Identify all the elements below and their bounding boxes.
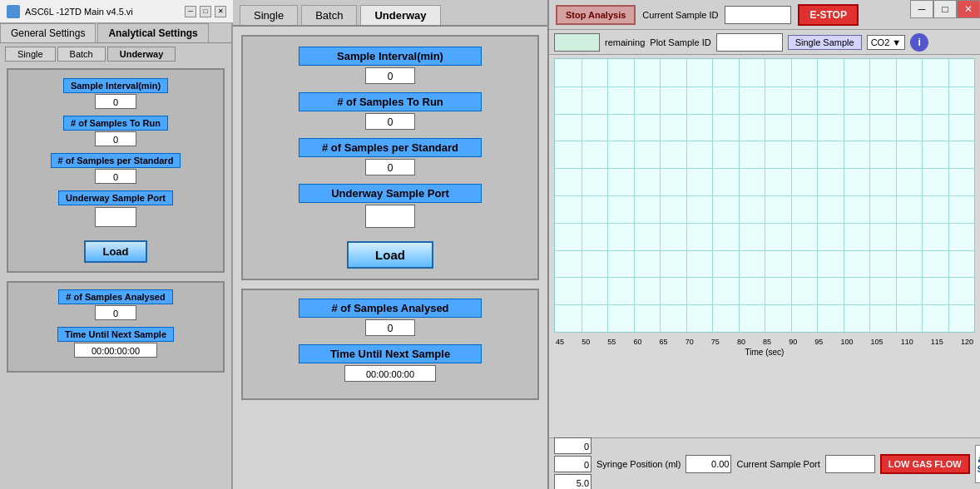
- mid-samples-to-run-label[interactable]: # of Samples To Run: [299, 92, 482, 111]
- left-content: Sample Interval(min) 0 # of Samples To R…: [0, 62, 231, 379]
- chart-area: [554, 58, 975, 333]
- mid-sample-interval-group: Sample Interval(min) 0: [251, 47, 529, 84]
- win-minimize[interactable]: ─: [910, 0, 933, 18]
- mid-samples-to-run-value[interactable]: 0: [365, 113, 415, 130]
- samples-to-run-label[interactable]: # of Samples To Run: [63, 116, 168, 131]
- current-sample-port-input[interactable]: [825, 455, 875, 473]
- x-label-75: 75: [711, 338, 720, 346]
- sample-interval-label[interactable]: Sample Interval(min): [63, 78, 168, 93]
- dropdown-arrow-icon: ▼: [892, 37, 901, 47]
- samples-to-run-group: # of Samples To Run 0: [15, 116, 216, 146]
- win-maximize[interactable]: □: [933, 0, 957, 18]
- co2-dropdown[interactable]: CO2 ▼: [867, 35, 906, 50]
- syringe-position-label: Syringe Position (ml): [596, 459, 681, 469]
- chart-grid-lines: [555, 59, 974, 332]
- mid-load-button[interactable]: Load: [347, 241, 433, 269]
- maximize-btn[interactable]: □: [200, 6, 211, 17]
- x-label-105: 105: [871, 338, 883, 346]
- mid-time-next-label[interactable]: Time Until Next Sample: [299, 344, 482, 363]
- samples-analysed-label[interactable]: # of Samples Analysed: [58, 289, 172, 304]
- mid-samples-analysed-group: # of Samples Analysed 0: [251, 299, 529, 336]
- info-button[interactable]: i: [910, 33, 928, 52]
- x-label-70: 70: [686, 338, 694, 346]
- mid-samples-per-standard-value[interactable]: 0: [365, 159, 415, 175]
- right-panel: ─ □ ✕ Stop Analysis Current Sample ID E-…: [549, 0, 980, 489]
- x-label-80: 80: [737, 338, 745, 346]
- current-sample-id-input[interactable]: [725, 6, 791, 24]
- samples-to-run-value[interactable]: 0: [95, 131, 136, 146]
- middle-status-box: # of Samples Analysed 0 Time Until Next …: [241, 289, 539, 400]
- x-axis-title: Time (sec): [549, 348, 980, 357]
- underway-port-label[interactable]: Underway Sample Port: [58, 190, 173, 205]
- current-sample-port-label: Current Sample Port: [736, 459, 819, 469]
- mid-samples-analysed-value: 0: [365, 319, 415, 336]
- samples-analysed-group: # of Samples Analysed 0: [15, 289, 216, 320]
- plot-sample-id-label: Plot Sample ID: [650, 37, 710, 47]
- sub-tab-batch[interactable]: Batch: [57, 47, 106, 62]
- mid-sample-interval-value[interactable]: 0: [365, 67, 415, 84]
- load-button[interactable]: Load: [84, 240, 146, 263]
- title-controls: ─ □ ✕: [185, 6, 226, 17]
- apollo-logo: apollo SciTech: [975, 445, 980, 483]
- single-sample-button[interactable]: Single Sample: [788, 35, 862, 50]
- x-label-115: 115: [931, 338, 943, 346]
- underway-port-input[interactable]: [95, 207, 136, 227]
- middle-tab-underway[interactable]: Underway: [360, 5, 440, 25]
- time-next-value: 00:00:00:00: [74, 343, 157, 358]
- x-label-85: 85: [763, 338, 771, 346]
- middle-content: Sample Interval(min) 0 # of Samples To R…: [233, 27, 547, 408]
- tab-analytical-settings[interactable]: Analytical Settings: [97, 23, 208, 42]
- remaining-label: remaining: [605, 37, 645, 47]
- main-tabs: General Settings Analytical Settings: [0, 23, 231, 43]
- mid-time-next-value: 00:00:00:00: [344, 365, 436, 382]
- plot-sample-id-input[interactable]: [716, 33, 783, 52]
- sub-tabs: Single Batch Underway: [0, 47, 231, 62]
- close-btn[interactable]: ✕: [215, 6, 226, 17]
- bottom-bar: 0 0 5.0 Syringe Position (ml) Current Sa…: [549, 437, 980, 489]
- sub-tab-underway[interactable]: Underway: [107, 47, 176, 62]
- mid-sample-interval-label[interactable]: Sample Interval(min): [299, 47, 482, 66]
- samples-analysed-value: 0: [95, 305, 136, 320]
- x-label-55: 55: [607, 338, 616, 346]
- remaining-input[interactable]: [554, 33, 600, 52]
- stop-analysis-button[interactable]: Stop Analysis: [556, 5, 636, 25]
- middle-tab-single[interactable]: Single: [240, 5, 298, 25]
- syringe-position-input[interactable]: [686, 455, 731, 473]
- samples-per-standard-label[interactable]: # of Samples per Standard: [51, 153, 181, 168]
- x-label-50: 50: [582, 338, 590, 346]
- samples-per-standard-group: # of Samples per Standard 0: [15, 153, 216, 184]
- mid-samples-analysed-label[interactable]: # of Samples Analysed: [299, 299, 482, 318]
- right-toolbar2: remaining Plot Sample ID Single Sample C…: [549, 30, 980, 55]
- samples-per-standard-value[interactable]: 0: [95, 169, 136, 184]
- time-next-label[interactable]: Time Until Next Sample: [57, 327, 174, 342]
- left-settings-box: Sample Interval(min) 0 # of Samples To R…: [7, 68, 225, 273]
- time-next-group: Time Until Next Sample 00:00:00:00: [15, 327, 216, 358]
- tab-general-settings[interactable]: General Settings: [0, 23, 96, 42]
- mid-time-next-group: Time Until Next Sample 00:00:00:00: [251, 344, 529, 382]
- mid-underway-port-label[interactable]: Underway Sample Port: [299, 184, 482, 203]
- minimize-btn[interactable]: ─: [185, 6, 196, 17]
- window-controls: ─ □ ✕: [910, 0, 980, 18]
- sample-interval-value[interactable]: 0: [95, 94, 136, 109]
- x-label-95: 95: [814, 338, 823, 346]
- x-label-45: 45: [556, 338, 564, 346]
- middle-tab-batch[interactable]: Batch: [301, 5, 357, 25]
- left-values: 0 0 5.0: [554, 437, 591, 490]
- middle-settings-box: Sample Interval(min) 0 # of Samples To R…: [241, 35, 539, 280]
- mid-samples-to-run-group: # of Samples To Run 0: [251, 92, 529, 130]
- x-label-100: 100: [840, 338, 853, 346]
- window-title: ASC6L -12TD Main v4.5.vi: [25, 7, 185, 17]
- sub-tab-single[interactable]: Single: [5, 47, 56, 62]
- mid-underway-port-input[interactable]: [365, 205, 415, 228]
- estop-button[interactable]: E-STOP: [798, 4, 858, 26]
- sample-interval-group: Sample Interval(min) 0: [15, 78, 216, 109]
- mid-underway-port-group: Underway Sample Port: [251, 184, 529, 228]
- left-panel: ASC6L -12TD Main v4.5.vi ─ □ ✕ General S…: [0, 0, 233, 489]
- middle-panel: Single Batch Underway Sample Interval(mi…: [233, 0, 549, 489]
- co2-label: CO2: [871, 37, 890, 47]
- underway-port-group: Underway Sample Port: [15, 190, 216, 227]
- low-gas-flow-button[interactable]: LOW GAS FLOW: [880, 454, 970, 474]
- win-close[interactable]: ✕: [957, 0, 980, 18]
- value-display-2: 0: [554, 456, 591, 472]
- mid-samples-per-standard-label[interactable]: # of Samples per Standard: [299, 138, 482, 157]
